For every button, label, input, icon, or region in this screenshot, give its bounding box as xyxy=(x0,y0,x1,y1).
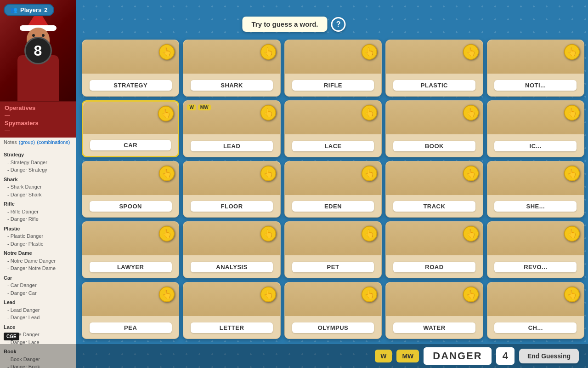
card-name: CH... xyxy=(494,322,577,333)
card-eden[interactable]: 👆 EDEN xyxy=(284,161,382,218)
note-category: Notre Dame xyxy=(4,249,72,257)
card-rifle[interactable]: 👆 RIFLE xyxy=(284,40,382,97)
operatives-label: Operatives xyxy=(5,104,71,111)
hand-icon: 👆 xyxy=(361,165,378,182)
hand-icon: 👆 xyxy=(260,165,277,182)
svg-text:👆: 👆 xyxy=(364,289,375,299)
players-count: 2 xyxy=(44,6,47,13)
card-car[interactable]: 👆 CAR xyxy=(82,100,179,157)
card-book[interactable]: 👆 BOOK xyxy=(385,100,483,157)
svg-text:👆: 👆 xyxy=(364,108,375,118)
card-track[interactable]: 👆 TRACK xyxy=(385,161,483,218)
people-icon: 👥 xyxy=(10,6,17,13)
help-button[interactable]: ? xyxy=(331,17,346,32)
hand-icon: 👆 xyxy=(564,225,580,242)
spymasters-dash: — xyxy=(5,127,71,134)
hand-icon: 👆 xyxy=(158,105,174,122)
spymasters-label: Spymasters xyxy=(5,120,71,126)
card-name: SPOON xyxy=(90,201,172,212)
notes-combinations-link[interactable]: (combinations) xyxy=(37,139,70,145)
end-guessing-button[interactable]: End Guessing xyxy=(519,349,579,363)
notes-group-link[interactable]: (group) xyxy=(19,139,35,145)
hand-icon: 👆 xyxy=(564,44,580,60)
card-letter[interactable]: 👆 LETTER xyxy=(183,282,280,339)
card-lawyer[interactable]: 👆 LAWYER xyxy=(82,221,179,278)
card-lace[interactable]: 👆 LACE xyxy=(284,100,382,157)
hand-icon: 👆 xyxy=(463,165,479,182)
card-name: PLASTIC xyxy=(393,80,475,91)
card-ch[interactable]: 👆 CH... xyxy=(487,282,584,339)
operatives-dash: — xyxy=(5,112,71,119)
top-bar: 👥 Players 2 xyxy=(4,4,54,16)
card-water[interactable]: 👆 WATER xyxy=(385,282,483,339)
card-name: ROAD xyxy=(393,262,475,272)
svg-text:👆: 👆 xyxy=(567,229,577,239)
hand-icon: 👆 xyxy=(260,104,277,121)
card-pea[interactable]: 👆 PEA xyxy=(82,282,179,339)
players-badge: 👥 Players 2 xyxy=(4,4,54,16)
card-floor[interactable]: 👆 FLOOR xyxy=(183,161,280,218)
card-name: STRATEGY xyxy=(90,80,172,91)
svg-text:👆: 👆 xyxy=(466,47,476,57)
card-olympus[interactable]: 👆 OLYMPUS xyxy=(284,282,382,339)
svg-text:👆: 👆 xyxy=(263,229,274,239)
card-analysis[interactable]: 👆 ANALYSIS xyxy=(183,221,280,278)
notes-header: Notes (group) (combinations) xyxy=(0,138,76,147)
note-item: - Danger Car xyxy=(4,289,72,297)
hand-icon: 👆 xyxy=(463,104,479,121)
clue-word: DANGER xyxy=(424,347,491,365)
card-noti[interactable]: 👆 NOTI... xyxy=(487,40,584,97)
card-name: FLOOR xyxy=(191,201,273,212)
cge-logo: CGE xyxy=(4,333,19,340)
hand-icon: 👆 xyxy=(158,44,175,60)
guess-prompt: Try to guess a word. ? xyxy=(242,17,345,32)
card-spoon[interactable]: 👆 SPOON xyxy=(82,161,179,218)
note-item: - Danger Rifle xyxy=(4,215,72,223)
note-item: - Shark Danger xyxy=(4,183,72,191)
note-item: - Notre Dame Danger xyxy=(4,257,72,265)
note-item: - Danger Lead xyxy=(4,314,72,322)
clue-w-badge: W xyxy=(375,350,392,362)
card-strategy[interactable]: 👆 STRATEGY xyxy=(82,40,179,97)
card-shark[interactable]: 👆 SHARK xyxy=(183,40,280,97)
card-plastic[interactable]: 👆 PLASTIC xyxy=(385,40,483,97)
roles-section: Operatives — Spymasters — xyxy=(0,101,76,138)
svg-text:👆: 👆 xyxy=(466,229,476,239)
players-label: Players xyxy=(20,6,41,13)
card-name: LEAD xyxy=(191,141,273,151)
card-she[interactable]: 👆 SHE... xyxy=(487,161,584,218)
note-item: - Plastic Danger xyxy=(4,232,72,240)
card-name: SHARK xyxy=(191,80,273,91)
hand-icon: 👆 xyxy=(158,286,175,303)
card-name: LAWYER xyxy=(90,262,172,272)
svg-text:👆: 👆 xyxy=(466,108,476,118)
svg-text:👆: 👆 xyxy=(364,168,375,178)
hand-icon: 👆 xyxy=(260,286,277,303)
card-name: LACE xyxy=(292,141,374,151)
svg-text:👆: 👆 xyxy=(364,229,375,239)
bottom-bar: W MW DANGER 4 End Guessing xyxy=(0,344,588,368)
card-name: PEA xyxy=(90,322,172,333)
card-revo[interactable]: 👆 REVO... xyxy=(487,221,584,278)
badge-mw: MW xyxy=(198,104,211,110)
hand-icon: 👆 xyxy=(361,225,378,242)
card-name: SHE... xyxy=(494,201,577,212)
card-road[interactable]: 👆 ROAD xyxy=(385,221,483,278)
card-ic[interactable]: 👆 IC... xyxy=(487,100,584,157)
note-category: Lace xyxy=(4,323,72,331)
card-pet[interactable]: 👆 PET xyxy=(284,221,382,278)
hand-icon: 👆 xyxy=(361,286,378,303)
note-category: Strategy xyxy=(4,151,72,159)
svg-text:👆: 👆 xyxy=(466,289,476,299)
svg-text:👆: 👆 xyxy=(263,47,274,57)
card-name: EDEN xyxy=(292,201,374,212)
guess-text: Try to guess a word. xyxy=(242,17,327,32)
card-name: ANALYSIS xyxy=(191,262,273,272)
svg-text:👆: 👆 xyxy=(161,109,171,119)
card-lead[interactable]: 👆 WMWLEAD xyxy=(183,100,280,157)
note-item: - Danger Plastic xyxy=(4,240,72,248)
hand-icon: 👆 xyxy=(463,44,479,60)
svg-text:👆: 👆 xyxy=(263,168,274,178)
svg-text:👆: 👆 xyxy=(162,229,172,239)
notes-label: Notes xyxy=(4,139,17,145)
